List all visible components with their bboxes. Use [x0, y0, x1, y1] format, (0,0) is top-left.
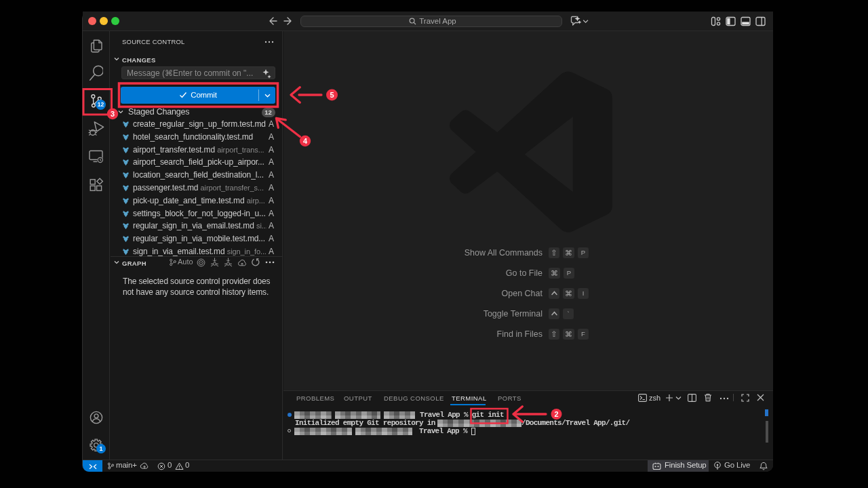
svg-text:4: 4 [303, 137, 308, 145]
svg-text:5: 5 [330, 91, 334, 99]
svg-text:2: 2 [554, 410, 558, 418]
svg-text:3: 3 [111, 110, 115, 118]
